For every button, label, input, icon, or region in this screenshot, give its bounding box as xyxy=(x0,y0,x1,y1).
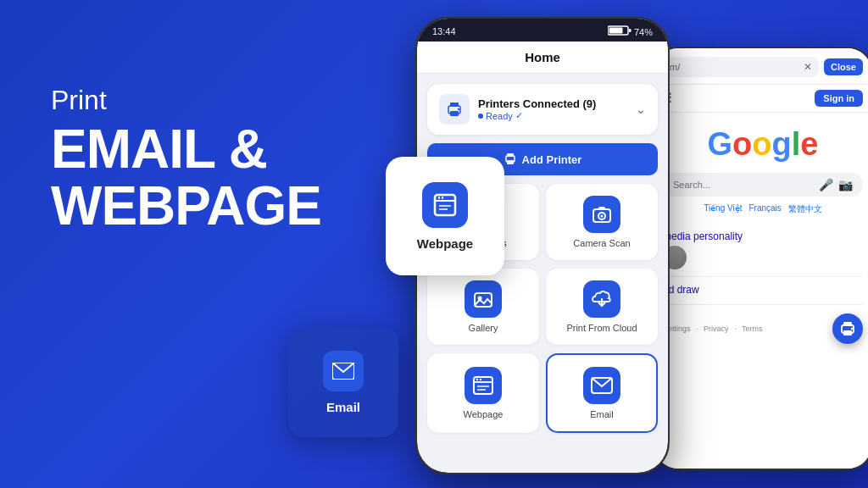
email-grid-icon xyxy=(591,377,613,394)
svg-rect-11 xyxy=(450,103,459,107)
printer-info: Printers Connected (9) Ready ✓ xyxy=(478,97,627,121)
main-title: EMAIL & WEBPAGE xyxy=(51,121,321,235)
svg-point-38 xyxy=(851,328,853,330)
feature-gallery[interactable]: Gallery xyxy=(427,269,539,345)
result-title-1[interactable]: media personality xyxy=(663,230,863,242)
phone-time: 13:44 xyxy=(432,26,456,36)
mic-icon[interactable]: 🎤 xyxy=(819,178,833,191)
printer-name: Printers Connected (9) xyxy=(478,97,627,110)
svg-rect-4 xyxy=(442,197,443,199)
browser-body: Google 🎤 📷 Tiếng Việt Français 繁體中文 medi… xyxy=(654,113,868,469)
camera-scan-label: Camera Scan xyxy=(573,238,630,248)
feature-grid-bottom: Gallery Print From Cloud xyxy=(427,269,658,345)
url-text: m/ xyxy=(670,62,680,72)
phone-battery: 74% xyxy=(608,25,653,37)
webpage-floating-card[interactable]: Webpage xyxy=(386,157,504,275)
svg-point-13 xyxy=(458,108,459,110)
browser-bar: m/ ✕ Close xyxy=(654,48,868,85)
webpage-grid-icon xyxy=(472,375,494,396)
email-icon-grid-wrap xyxy=(583,367,620,404)
main-title-line2: WEBPAGE xyxy=(51,178,321,235)
google-logo: Google xyxy=(663,126,863,163)
feature-email[interactable]: Email xyxy=(546,353,658,433)
email-icon xyxy=(332,363,354,380)
cloud-print-icon xyxy=(590,290,614,308)
email-card-label: Email xyxy=(326,400,360,414)
gallery-icon-wrap xyxy=(465,280,502,318)
sign-in-button[interactable]: Sign in xyxy=(815,90,863,107)
svg-rect-1 xyxy=(435,195,455,215)
cloud-icon-wrap xyxy=(583,280,620,318)
printer-icon xyxy=(446,102,463,117)
feature-grid-row3: Webpage Email xyxy=(427,353,658,433)
lang-french[interactable]: Français xyxy=(749,203,782,215)
printer-status: Ready ✓ xyxy=(478,110,627,121)
lang-chinese[interactable]: 繁體中文 xyxy=(788,203,822,215)
webpage-card-label: Webpage xyxy=(417,236,473,251)
lens-icon[interactable]: 📷 xyxy=(838,178,853,191)
browser-phone-content: m/ ✕ Close ⠿ Sign in Google 🎤 📷 Tiếng Vi… xyxy=(654,48,868,469)
main-title-line1: EMAIL & xyxy=(51,121,321,178)
browser-nav: ⠿ Sign in xyxy=(654,85,868,113)
webpage-icon-wrap xyxy=(422,182,468,228)
webpage-icon-grid-wrap xyxy=(465,367,502,404)
browser-footer: Settings · Privacy · Terms xyxy=(663,324,762,333)
phone-browser: m/ ✕ Close ⠿ Sign in Google 🎤 📷 Tiếng Vi… xyxy=(653,47,868,470)
svg-rect-3 xyxy=(438,197,440,199)
print-fab-button[interactable] xyxy=(832,313,863,344)
browser-search-row[interactable]: 🎤 📷 xyxy=(663,173,863,197)
svg-rect-23 xyxy=(598,207,605,210)
browser-close-button[interactable]: Close xyxy=(824,58,863,75)
camera-scan-icon xyxy=(591,205,613,224)
email-floating-card[interactable]: Email xyxy=(288,327,398,437)
printer-icon-wrap xyxy=(439,94,470,125)
svg-rect-16 xyxy=(507,160,514,164)
printer-row[interactable]: Printers Connected (9) Ready ✓ ⌄ xyxy=(427,84,658,135)
svg-point-24 xyxy=(601,215,604,218)
left-text-section: Print EMAIL & WEBPAGE xyxy=(51,85,321,235)
feature-camera-scan[interactable]: Camera Scan xyxy=(546,184,658,260)
feature-webpage[interactable]: Webpage xyxy=(427,353,539,433)
svg-rect-8 xyxy=(609,28,622,34)
result-row-2: nd draw xyxy=(663,277,863,305)
camera-icon-wrap xyxy=(583,196,620,233)
webpage-grid-label: Webpage xyxy=(464,409,504,419)
browser-search-input[interactable] xyxy=(673,180,819,190)
phone-status-bar: 13:44 74% xyxy=(417,19,668,42)
lang-vietnamese[interactable]: Tiếng Việt xyxy=(704,203,742,215)
print-label: Print xyxy=(51,85,321,116)
gallery-icon xyxy=(473,290,493,308)
svg-rect-36 xyxy=(843,322,852,326)
result-title-2[interactable]: nd draw xyxy=(663,284,863,296)
feature-print-from-cloud[interactable]: Print From Cloud xyxy=(546,269,658,345)
result-row-1: media personality xyxy=(663,224,863,277)
webpage-icon xyxy=(432,192,458,218)
close-x-icon[interactable]: ✕ xyxy=(804,61,812,73)
browser-url-bar[interactable]: m/ ✕ xyxy=(663,57,819,77)
chevron-down-icon[interactable]: ⌄ xyxy=(636,103,646,116)
svg-point-31 xyxy=(480,379,481,380)
battery-icon xyxy=(608,25,632,36)
svg-point-30 xyxy=(476,379,478,380)
svg-rect-15 xyxy=(507,153,514,157)
print-fab-icon xyxy=(839,321,856,336)
cloud-print-label: Print From Cloud xyxy=(566,323,637,333)
lang-row: Tiếng Việt Français 繁體中文 xyxy=(663,203,863,215)
phone-header: Home xyxy=(417,42,668,74)
add-printer-icon xyxy=(504,152,517,166)
svg-rect-12 xyxy=(450,111,459,116)
status-dot xyxy=(478,114,483,119)
gallery-label: Gallery xyxy=(469,323,498,333)
svg-rect-9 xyxy=(629,29,632,32)
email-icon-wrap xyxy=(323,351,364,391)
svg-rect-37 xyxy=(843,330,852,336)
email-grid-label: Email xyxy=(590,409,614,419)
